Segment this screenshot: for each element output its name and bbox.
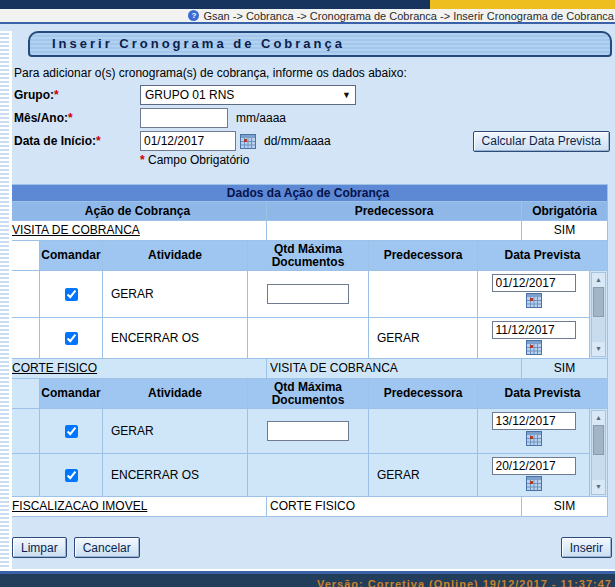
scrollbar-thumb[interactable] — [593, 425, 604, 455]
qtd-maxima-input[interactable] — [267, 421, 349, 441]
data-prevista-input[interactable] — [492, 321, 576, 339]
cancelar-button[interactable]: Cancelar — [74, 537, 140, 558]
qtd-maxima-cell — [248, 454, 368, 496]
comandar-checkbox[interactable] — [65, 332, 78, 345]
scroll-up-icon[interactable] — [592, 411, 605, 425]
left-white-band — [9, 31, 12, 569]
action-link[interactable]: VISITA DE COBRANCA — [12, 223, 140, 237]
scrollbar-thumb[interactable] — [593, 287, 604, 317]
version-text: Versão: Corretiva (Online) 19/12/2017 - … — [317, 578, 612, 587]
col-qtd-maxima: Qtd Máxima Documentos — [248, 241, 368, 270]
data-prevista-input[interactable] — [492, 457, 576, 475]
action-obrigatoria: SIM — [522, 221, 607, 240]
instruction-text: Para adicionar o(s) cronograma(s) de cob… — [14, 66, 615, 81]
data-prevista-input[interactable] — [492, 412, 576, 430]
activity-row: GERAR — [9, 409, 589, 453]
activities-subtable: Comandar Atividade Qtd Máxima Documentos… — [9, 379, 607, 496]
subtable-header-row: Comandar Atividade Qtd Máxima Documentos… — [9, 379, 607, 408]
grupo-label: Grupo:* — [14, 88, 140, 102]
calcular-data-prevista-button[interactable]: Calcular Data Prevista — [473, 131, 610, 152]
subtable-header-row: Comandar Atividade Qtd Máxima Documentos… — [9, 241, 607, 270]
col-qtd-maxima: Qtd Máxima Documentos — [248, 379, 368, 408]
scroll-area — [590, 271, 607, 358]
required-note: * Campo Obrigatório — [140, 153, 615, 169]
qtd-maxima-input[interactable] — [267, 284, 349, 304]
col-sub-predecessora: Predecessora — [369, 379, 477, 408]
scrollbar[interactable] — [591, 410, 606, 495]
scroll-up-icon[interactable] — [592, 273, 605, 287]
action-row-fiscalizacao-imovel: FISCALIZACAO IMOVEL CORTE FISICO SIM — [9, 497, 607, 516]
action-link[interactable]: FISCALIZACAO IMOVEL — [12, 499, 147, 513]
activities-subtable: Comandar Atividade Qtd Máxima Documentos… — [9, 241, 607, 358]
table-header-row: Ação de Cobrança Predecessora Obrigatóri… — [9, 202, 607, 220]
mes-ano-hint: mm/aaaa — [236, 111, 286, 125]
activity-row: GERAR — [9, 271, 589, 317]
comandar-checkbox[interactable] — [65, 469, 78, 482]
action-predecessora — [267, 221, 521, 240]
limpar-button[interactable]: Limpar — [12, 537, 67, 558]
predecessora-cell — [369, 271, 477, 317]
subtable-corner-cell — [9, 241, 39, 270]
data-inicio-input[interactable] — [140, 131, 236, 151]
atividade-cell: GERAR — [103, 409, 247, 453]
action-row-visita-de-cobranca: VISITA DE COBRANCA SIM — [9, 221, 607, 240]
breadcrumb[interactable]: Gsan -> Cobranca -> Cronograma de Cobran… — [203, 10, 614, 22]
comandar-checkbox[interactable] — [65, 425, 78, 438]
atividade-cell: GERAR — [103, 271, 247, 317]
atividade-cell: ENCERRAR OS — [103, 318, 247, 358]
data-prevista-input[interactable] — [492, 274, 576, 292]
row-spacer-cell — [9, 318, 39, 358]
subtable-corner-cell — [9, 379, 39, 408]
chevron-down-icon: ▼ — [342, 90, 351, 100]
grupo-row: Grupo:* GRUPO 01 RNS ▼ — [14, 84, 615, 106]
mes-ano-input[interactable] — [140, 108, 228, 128]
scroll-down-icon[interactable] — [592, 480, 605, 494]
col-data-prevista: Data Prevista — [478, 379, 607, 408]
mes-ano-row: Mês/Ano:* mm/aaaa — [14, 107, 615, 129]
dados-acao-cobranca-table: Dados da Ação de Cobrança Ação de Cobran… — [8, 184, 608, 517]
action-predecessora: CORTE FISICO — [267, 497, 521, 516]
calendar-icon[interactable] — [526, 476, 542, 491]
qtd-maxima-cell — [248, 318, 368, 358]
data-inicio-row: Data de Início:* dd/mm/aaaa Calcular Dat… — [14, 130, 615, 152]
divider — [0, 22, 615, 24]
atividade-cell: ENCERRAR OS — [103, 454, 247, 496]
calendar-icon[interactable] — [526, 293, 542, 308]
data-inicio-label: Data de Início:* — [14, 134, 140, 148]
calendar-icon[interactable] — [240, 134, 256, 149]
grupo-select-value: GRUPO 01 RNS — [145, 88, 234, 102]
action-obrigatoria: SIM — [522, 359, 607, 378]
col-data-prevista: Data Prevista — [478, 241, 607, 270]
row-spacer-cell — [9, 271, 39, 317]
footer-bar: Versão: Corretiva (Online) 19/12/2017 - … — [0, 574, 615, 587]
col-obrigatoria: Obrigatória — [522, 202, 607, 220]
comandar-checkbox[interactable] — [65, 288, 78, 301]
button-row: Limpar Cancelar Inserir — [12, 537, 612, 558]
action-predecessora: VISITA DE COBRANCA — [267, 359, 521, 378]
breadcrumb-bar: ? Gsan -> Cobranca -> Cronograma de Cobr… — [0, 9, 615, 22]
help-icon[interactable]: ? — [188, 10, 199, 21]
scrollbar[interactable] — [591, 272, 606, 357]
left-stripe-decoration — [0, 31, 9, 569]
col-comandar: Comandar — [40, 379, 102, 408]
row-spacer-cell — [9, 454, 39, 496]
calendar-icon[interactable] — [526, 340, 542, 355]
col-acao-cobranca: Ação de Cobrança — [9, 202, 266, 220]
action-row-corte-fisico: CORTE FISICO VISITA DE COBRANCA SIM — [9, 359, 607, 378]
activity-row: ENCERRAR OS GERAR — [9, 454, 589, 496]
top-accent-bar — [0, 0, 615, 9]
inserir-button[interactable]: Inserir — [561, 537, 612, 558]
scroll-down-icon[interactable] — [592, 342, 605, 356]
predecessora-cell: GERAR — [369, 318, 477, 358]
calendar-icon[interactable] — [526, 431, 542, 446]
action-link[interactable]: CORTE FISICO — [12, 361, 97, 375]
grupo-select[interactable]: GRUPO 01 RNS ▼ — [140, 85, 356, 105]
col-comandar: Comandar — [40, 241, 102, 270]
row-spacer-cell — [9, 409, 39, 453]
main-content: Inserir Cronograma de Cobrança Para adic… — [0, 31, 615, 569]
col-predecessora: Predecessora — [267, 202, 521, 220]
table-title: Dados da Ação de Cobrança — [9, 185, 607, 201]
scroll-area — [590, 409, 607, 496]
col-sub-predecessora: Predecessora — [369, 241, 477, 270]
action-obrigatoria: SIM — [522, 497, 607, 516]
